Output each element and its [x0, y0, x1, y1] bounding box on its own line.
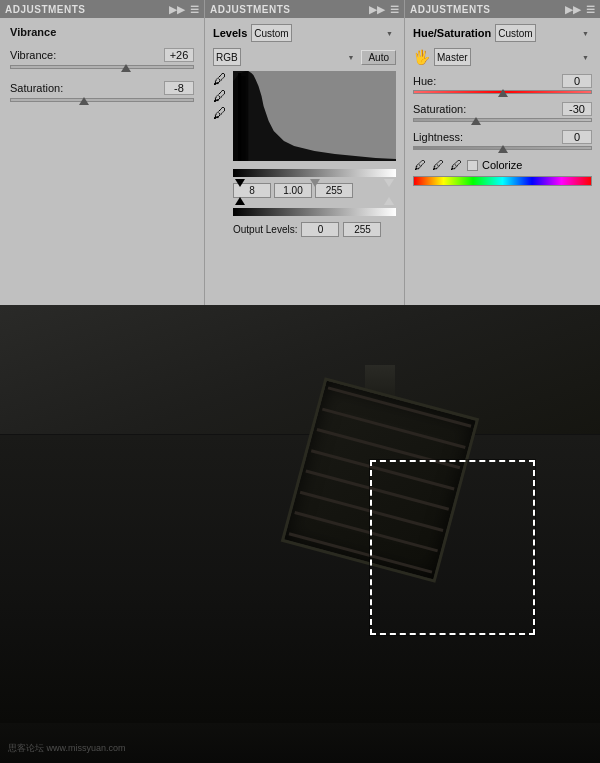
hue-eyedropper1-icon[interactable]: 🖊: [413, 158, 427, 172]
lightness-track[interactable]: [413, 146, 592, 150]
levels-preset-select[interactable]: Custom: [251, 24, 292, 42]
levels-preset-wrapper: Custom: [251, 24, 396, 42]
vibrance-value[interactable]: +26: [164, 48, 194, 62]
hue-value[interactable]: 0: [562, 74, 592, 88]
input-gray-thumb[interactable]: [310, 179, 320, 187]
hue-menu-icon[interactable]: ☰: [586, 4, 596, 15]
levels-expand-icon[interactable]: ▶▶: [369, 4, 386, 15]
input-gamma-field[interactable]: [274, 183, 312, 198]
vibrance-section-title: Vibrance: [10, 26, 194, 38]
hue-saturation-thumb[interactable]: [471, 117, 481, 125]
hue-label: Hue:: [413, 75, 436, 87]
vibrance-expand-icon[interactable]: ▶▶: [169, 4, 186, 15]
levels-panel-body: Levels Custom RGB Auto 🖊: [205, 18, 404, 243]
hue-eyedropper3-icon[interactable]: 🖊: [449, 158, 463, 172]
hue-panel-body: Hue/Saturation Custom 🖐 Master: [405, 18, 600, 192]
hue-channel-row: 🖐 Master: [413, 48, 592, 66]
vibrance-label-row: Vibrance: +26: [10, 48, 194, 62]
svg-rect-4: [241, 76, 245, 161]
vibrance-menu-icon[interactable]: ☰: [190, 4, 200, 15]
colorize-row: Colorize: [467, 159, 522, 171]
saturation-value[interactable]: -8: [164, 81, 194, 95]
output-white-thumb[interactable]: [384, 197, 394, 205]
output-values-row: Output Levels:: [233, 222, 396, 237]
saturation-track[interactable]: [10, 98, 194, 102]
hue-saturation-track[interactable]: [413, 118, 592, 122]
levels-panel-title: ADJUSTMENTS: [210, 4, 291, 15]
levels-auto-button[interactable]: Auto: [361, 50, 396, 65]
output-label: Output Levels:: [233, 224, 297, 235]
histogram-area: [233, 71, 396, 161]
input-gradient-bar: [233, 169, 396, 177]
saturation-label-row: Saturation: -8: [10, 81, 194, 95]
hue-panel-header: ADJUSTMENTS ▶▶ ☰: [405, 0, 600, 18]
hue-preset-wrapper: Custom: [495, 24, 592, 42]
input-white-thumb[interactable]: [384, 179, 394, 187]
output-black-thumb[interactable]: [235, 197, 245, 205]
vibrance-track[interactable]: [10, 65, 194, 69]
svg-rect-3: [238, 73, 241, 161]
input-black-thumb[interactable]: [235, 179, 245, 187]
levels-panel-header: ADJUSTMENTS ▶▶ ☰: [205, 0, 404, 18]
output-slider-container[interactable]: [233, 204, 396, 220]
lantern-slat: [328, 386, 472, 427]
saturation-thumb[interactable]: [79, 97, 89, 105]
scene-background: 思客论坛 www.missyuan.com: [0, 305, 600, 763]
rainbow-bar: [413, 176, 592, 186]
input-slider-container[interactable]: [233, 165, 396, 181]
levels-panel: ADJUSTMENTS ▶▶ ☰ Levels Custom: [205, 0, 405, 305]
hue-thumb[interactable]: [498, 89, 508, 97]
hue-saturation-label: Saturation:: [413, 103, 466, 115]
hue-channel-select[interactable]: Master: [434, 48, 471, 66]
lightness-label: Lightness:: [413, 131, 463, 143]
vibrance-slider-row: Vibrance: +26: [10, 48, 194, 69]
levels-menu-icon[interactable]: ☰: [390, 4, 400, 15]
hue-preset-select[interactable]: Custom: [495, 24, 536, 42]
lantern-slat: [322, 407, 466, 448]
hue-eyedropper2-icon[interactable]: 🖊: [431, 158, 445, 172]
saturation-slider-row: Saturation: -8: [10, 81, 194, 102]
output-black-field[interactable]: [301, 222, 339, 237]
vibrance-label: Vibrance:: [10, 49, 56, 61]
lightness-slider-row: Lightness: 0: [413, 130, 592, 150]
hue-saturation-value[interactable]: -30: [562, 102, 592, 116]
hue-saturation-label-row: Saturation: -30: [413, 102, 592, 116]
hue-saturation-panel: ADJUSTMENTS ▶▶ ☰ Hue/Saturation Custom 🖐: [405, 0, 600, 305]
hue-slider-row: Hue: 0: [413, 74, 592, 94]
input-white-field[interactable]: [315, 183, 353, 198]
levels-eyedroppers: 🖊 🖊 🖊: [213, 71, 227, 237]
saturation-label: Saturation:: [10, 82, 63, 94]
lightness-value[interactable]: 0: [562, 130, 592, 144]
hue-track[interactable]: [413, 90, 592, 94]
colorize-checkbox[interactable]: [467, 160, 478, 171]
vibrance-panel-header: ADJUSTMENTS ▶▶ ☰: [0, 0, 204, 18]
levels-channel-select[interactable]: RGB: [213, 48, 241, 66]
watermark: 思客论坛 www.missyuan.com: [8, 742, 126, 755]
vibrance-panel-body: Vibrance Vibrance: +26 Saturation: -8: [0, 18, 204, 122]
levels-header-icons: ▶▶ ☰: [369, 4, 400, 15]
levels-eyedropper-white-icon[interactable]: 🖊: [213, 105, 227, 119]
hue-label-row: Hue: 0: [413, 74, 592, 88]
hue-panel-title: ADJUSTMENTS: [410, 4, 491, 15]
vibrance-panel: ADJUSTMENTS ▶▶ ☰ Vibrance Vibrance: +26: [0, 0, 205, 305]
lightness-thumb[interactable]: [498, 145, 508, 153]
selection-rectangle: [370, 460, 535, 635]
hue-hand-icon[interactable]: 🖐: [413, 49, 430, 65]
histogram-svg: [233, 71, 396, 161]
hue-section-title: Hue/Saturation: [413, 27, 491, 39]
vibrance-thumb[interactable]: [121, 64, 131, 72]
vibrance-header-icons: ▶▶ ☰: [169, 4, 200, 15]
levels-title: Levels: [213, 27, 247, 39]
hue-header-row: Hue/Saturation Custom: [413, 24, 592, 42]
vibrance-panel-title: ADJUSTMENTS: [5, 4, 86, 15]
hue-tools-row: 🖊 🖊 🖊 Colorize: [413, 158, 592, 172]
levels-eyedropper-black-icon[interactable]: 🖊: [213, 71, 227, 85]
levels-main: Output Levels:: [233, 71, 396, 237]
hue-saturation-slider-row: Saturation: -30: [413, 102, 592, 122]
levels-header-row: Levels Custom: [213, 24, 396, 42]
levels-eyedropper-gray-icon[interactable]: 🖊: [213, 88, 227, 102]
hue-expand-icon[interactable]: ▶▶: [565, 4, 582, 15]
output-gradient-bar: [233, 208, 396, 216]
levels-channel-row: RGB Auto: [213, 48, 396, 66]
output-white-field[interactable]: [343, 222, 381, 237]
